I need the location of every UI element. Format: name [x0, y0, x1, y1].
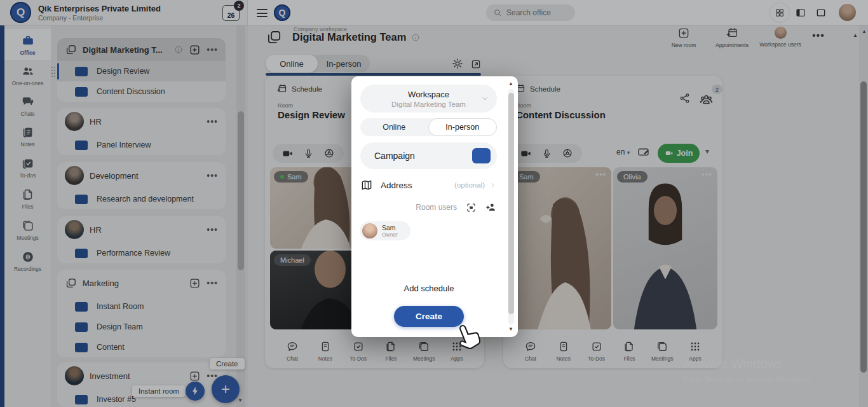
calendar-button[interactable]: 26 2 — [222, 5, 240, 21]
modal-scroll-down-icon[interactable]: ▼ — [508, 327, 513, 332]
room-users-icon[interactable] — [699, 92, 714, 107]
panel-scrollbar-thumb[interactable] — [238, 111, 244, 270]
more-options-icon[interactable]: ••• — [812, 31, 825, 41]
toolbar-files[interactable]: Files — [614, 333, 644, 368]
sidebar-item-chats[interactable]: Chats — [4, 90, 51, 121]
room-name-input[interactable]: Campaign — [360, 142, 497, 169]
main-scroll-up-icon[interactable]: ▲ — [853, 33, 858, 38]
page-scrollbar[interactable]: ▲ — [859, 25, 868, 407]
workspace-group-header[interactable]: Marketing ••• — [57, 270, 226, 296]
modal-scroll-up-icon[interactable]: ▲ — [508, 81, 513, 86]
add-room-icon[interactable] — [189, 277, 201, 289]
camera-icon[interactable] — [520, 148, 532, 160]
info-icon[interactable] — [411, 33, 420, 42]
modal-scrollbar[interactable]: ▲ ▼ — [507, 80, 515, 333]
room-item-design-team[interactable]: Design Team — [57, 317, 226, 337]
toolbar-chat[interactable]: Chat — [516, 333, 545, 368]
av-settings-icon[interactable] — [323, 148, 335, 159]
room-item-content-discussion[interactable]: Content Discussion — [57, 81, 226, 102]
create-fab-button[interactable]: + — [212, 375, 240, 403]
tile-more-options-icon[interactable]: ••• — [595, 170, 606, 179]
toolbar-notes[interactable]: Notes — [549, 333, 578, 368]
sidebar-item-one-on-ones[interactable]: One-on-ones — [4, 60, 51, 90]
workspace-group-header[interactable]: Development ••• — [57, 162, 226, 189]
address-row[interactable]: Address (optional) — [360, 177, 497, 193]
open-in-new-icon[interactable] — [470, 59, 482, 70]
panel-scrollbar[interactable] — [236, 25, 245, 407]
add-user-icon[interactable] — [485, 202, 497, 213]
room-item-design-review[interactable]: Design Review — [57, 61, 226, 81]
room-item-panel-interview[interactable]: Panel Interview — [57, 135, 226, 155]
participant-video-sam[interactable]: Sam ••• — [509, 167, 611, 329]
menu-icon[interactable] — [257, 9, 268, 17]
workspace-users-button[interactable]: Workspace users — [754, 27, 807, 48]
new-room-button[interactable]: New room — [657, 27, 710, 48]
more-options-icon[interactable]: ••• — [207, 117, 218, 126]
whiteboard-icon[interactable] — [637, 146, 650, 159]
modal-scrollbar-thumb[interactable] — [508, 93, 514, 314]
room-item-research-and-development[interactable]: Research and development — [57, 189, 226, 209]
modal-tab-online[interactable]: Online — [360, 118, 428, 136]
workspace-group-header[interactable]: HR ••• — [57, 216, 226, 243]
mic-icon[interactable] — [541, 148, 552, 159]
schedule-button[interactable]: Schedule — [276, 83, 322, 94]
settings-icon[interactable] — [451, 57, 464, 70]
appointments-button[interactable]: Appointments — [705, 27, 759, 48]
more-options-icon[interactable]: ••• — [207, 279, 218, 287]
av-settings-icon[interactable] — [562, 148, 573, 159]
panel-scroll-down-icon[interactable]: ▼ — [238, 398, 243, 403]
sidebar-item-recordings[interactable]: Recordings — [4, 245, 51, 276]
toolbar-meetings[interactable]: Meetings — [409, 333, 438, 368]
instant-room-button[interactable] — [186, 382, 205, 401]
tile-more-options-icon[interactable]: ••• — [702, 170, 712, 179]
toolbar-todos[interactable]: To-Dos — [344, 333, 373, 368]
info-icon[interactable] — [174, 45, 183, 54]
toolbar-meetings[interactable]: Meetings — [648, 333, 677, 368]
mic-icon[interactable] — [303, 148, 314, 159]
room-color-picker[interactable] — [472, 148, 491, 163]
drag-handle-icon[interactable] — [51, 66, 56, 78]
room-item-performance-review[interactable]: Performance Review — [57, 243, 226, 263]
sidebar-item-office[interactable]: Office — [4, 29, 51, 60]
schedule-button[interactable]: Schedule — [515, 83, 560, 94]
language-selector[interactable]: en ▾ — [616, 148, 630, 156]
tab-online[interactable]: Online — [266, 55, 318, 72]
page-scroll-up-icon[interactable]: ▲ — [862, 29, 867, 34]
add-room-icon[interactable] — [189, 44, 201, 56]
search-input[interactable]: Search office — [486, 4, 575, 21]
join-options-chevron-icon[interactable]: ▾ — [705, 147, 709, 156]
sidebar-item-meetings[interactable]: Meetings — [4, 214, 51, 245]
grid-view-button[interactable] — [770, 3, 789, 22]
tab-in-person[interactable]: In-person — [318, 55, 370, 72]
create-button[interactable]: Create — [394, 306, 464, 327]
modal-tab-in-person[interactable]: In-person — [428, 118, 498, 136]
toolbar-files[interactable]: Files — [376, 333, 405, 368]
user-avatar[interactable] — [839, 4, 856, 21]
more-options-icon[interactable]: ••• — [207, 225, 218, 234]
workspace-group-header[interactable]: HR ••• — [57, 108, 226, 135]
workspace-selector[interactable]: Workspace Digital Marketing Team — [360, 85, 497, 113]
maximize-button[interactable] — [815, 7, 827, 18]
room-item-instant-room[interactable]: Instant Room — [57, 296, 226, 317]
toolbar-notes[interactable]: Notes — [311, 333, 340, 368]
more-options-icon[interactable]: ••• — [207, 45, 218, 54]
toolbar-chat[interactable]: Chat — [278, 333, 307, 368]
room-item-content[interactable]: Content — [57, 337, 226, 357]
scan-user-icon[interactable] — [466, 202, 477, 213]
add-schedule-button[interactable]: Add schedule — [351, 284, 506, 293]
share-icon[interactable] — [679, 92, 691, 104]
room-color-swatch — [75, 395, 88, 404]
more-options-icon[interactable]: ••• — [207, 171, 218, 180]
panel-layout-button[interactable] — [795, 7, 806, 18]
add-room-icon[interactable] — [189, 370, 201, 382]
toolbar-todos[interactable]: To-Dos — [582, 333, 611, 368]
owner-chip[interactable]: Sam Owner — [360, 221, 410, 240]
page-scrollbar-thumb[interactable] — [860, 81, 867, 373]
participant-video-olivia[interactable]: Olivia ••• — [613, 167, 717, 329]
camera-icon[interactable] — [281, 148, 294, 160]
sidebar-item-files[interactable]: Files — [4, 183, 51, 214]
join-button[interactable]: Join — [658, 144, 700, 163]
sidebar-item-notes[interactable]: Notes — [4, 121, 51, 151]
workspace-group-header[interactable]: Digital Marketing T... ••• — [57, 38, 226, 61]
sidebar-item-todos[interactable]: To-dos — [4, 152, 51, 183]
